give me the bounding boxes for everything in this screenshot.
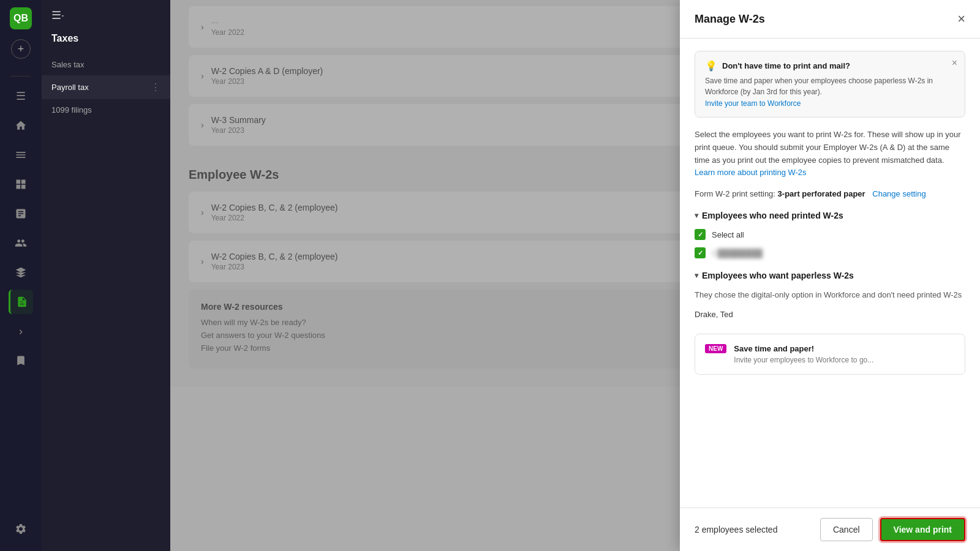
- payroll-tax-options[interactable]: ⋮: [151, 81, 160, 93]
- sidebar: QB + ☰ ›: [0, 0, 42, 551]
- employee-checkbox-row: C████████: [695, 247, 965, 258]
- paperless-employee: Drake, Ted: [695, 307, 965, 321]
- select-all-checkbox[interactable]: [695, 229, 706, 240]
- new-promo-card: NEW Save time and paper! Invite your emp…: [695, 334, 965, 375]
- bookmark-icon[interactable]: [9, 348, 33, 373]
- report-icon[interactable]: [9, 201, 33, 226]
- modal-footer: 2 employees selected Cancel View and pri…: [680, 508, 980, 551]
- employee-checkbox[interactable]: [695, 247, 706, 258]
- nav-title: Taxes: [42, 31, 170, 54]
- expand-icon[interactable]: ›: [9, 319, 33, 343]
- cancel-button[interactable]: Cancel: [820, 518, 873, 541]
- banner-close-button[interactable]: ×: [952, 58, 957, 69]
- select-all-row: Select all: [695, 229, 965, 240]
- section-chevron-down-2: ▾: [695, 271, 698, 280]
- menu-toggle[interactable]: ☰·: [51, 9, 64, 22]
- nav-panel: ☰· Taxes Sales tax Payroll tax ⋮ 1099 fi…: [42, 0, 170, 551]
- settings-icon[interactable]: [9, 517, 33, 541]
- paperless-section: ▾ Employees who want paperless W-2s They…: [695, 271, 965, 321]
- team-icon[interactable]: [9, 231, 33, 255]
- app-logo[interactable]: QB: [10, 7, 32, 29]
- select-all-label: Select all: [712, 230, 744, 239]
- printed-section-toggle[interactable]: ▾ Employees who need printed W-2s: [695, 211, 965, 220]
- learn-more-link[interactable]: Learn more about printing W-2s: [695, 168, 807, 177]
- bulb-icon: 💡: [705, 60, 717, 72]
- workforce-invite-link[interactable]: Invite your team to Workforce: [705, 99, 801, 108]
- employee-name-blurred: C████████: [712, 249, 763, 258]
- nav-header: ☰·: [42, 0, 170, 31]
- new-card-title: Save time and paper!: [734, 344, 873, 353]
- change-setting-link[interactable]: Change setting: [872, 189, 925, 198]
- modal-description: Select the employees you want to print W…: [695, 129, 965, 179]
- paperless-section-toggle[interactable]: ▾ Employees who want paperless W-2s: [695, 271, 965, 280]
- add-button[interactable]: +: [11, 39, 31, 59]
- chart-icon[interactable]: [9, 143, 33, 167]
- paperless-description: They chose the digital-only option in Wo…: [695, 289, 965, 301]
- building-icon[interactable]: [9, 260, 33, 285]
- modal-body: 💡 Don't have time to print and mail? Sav…: [680, 39, 980, 508]
- view-and-print-button[interactable]: View and print: [880, 518, 965, 541]
- manage-w2s-modal: Manage W-2s × 💡 Don't have time to print…: [680, 0, 980, 551]
- menu-icon[interactable]: ☰: [9, 84, 33, 108]
- sidebar-item-sales-tax[interactable]: Sales tax: [42, 54, 170, 75]
- modal-header: Manage W-2s ×: [680, 0, 980, 39]
- employee-count-label: 2 employees selected: [695, 525, 777, 534]
- sidebar-divider: [11, 76, 31, 77]
- new-badge: NEW: [705, 344, 726, 353]
- banner-text: Save time and paper when your employees …: [705, 75, 955, 97]
- info-banner: 💡 Don't have time to print and mail? Sav…: [695, 51, 965, 118]
- print-setting: Form W-2 print setting: 3-part perforate…: [695, 189, 965, 198]
- tax-icon[interactable]: [9, 290, 33, 314]
- banner-title: Don't have time to print and mail?: [722, 61, 850, 70]
- home-icon[interactable]: [9, 113, 33, 138]
- modal-close-button[interactable]: ×: [957, 11, 965, 27]
- footer-actions: Cancel View and print: [820, 518, 965, 541]
- sidebar-item-payroll-tax[interactable]: Payroll tax ⋮: [42, 75, 170, 99]
- grid-icon[interactable]: [9, 172, 33, 197]
- modal-title: Manage W-2s: [695, 13, 765, 26]
- section-chevron-down: ▾: [695, 211, 698, 220]
- sidebar-item-1099[interactable]: 1099 filings: [42, 99, 170, 121]
- new-card-subtitle: Invite your employees to Workforce to go…: [734, 356, 873, 364]
